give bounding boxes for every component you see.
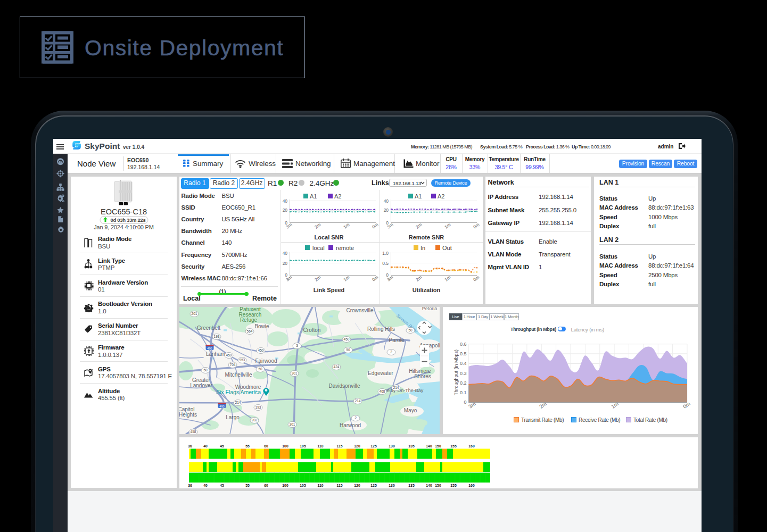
svg-text:150: 150 [435,484,441,487]
svg-text:40: 40 [203,444,208,448]
svg-text:100: 100 [282,444,288,448]
svg-text:120: 120 [354,484,360,487]
svg-text:36: 36 [188,484,192,487]
svg-text:130: 130 [389,444,395,448]
svg-text:110: 110 [318,484,324,487]
svg-text:55: 55 [245,444,250,448]
svg-text:160: 160 [468,484,475,487]
svg-text:115: 115 [337,444,343,448]
svg-text:130: 130 [389,484,395,487]
svg-text:115: 115 [337,484,343,487]
svg-text:40: 40 [203,484,208,487]
svg-text:125: 125 [370,484,377,487]
svg-text:45: 45 [220,444,224,448]
svg-text:105: 105 [300,484,306,487]
svg-text:60: 60 [264,484,268,487]
svg-text:110: 110 [318,444,324,448]
svg-text:60: 60 [264,444,268,448]
svg-text:135: 135 [408,444,415,448]
svg-text:105: 105 [300,444,306,448]
svg-text:140: 140 [426,444,432,448]
svg-text:100: 100 [282,484,288,487]
svg-text:140: 140 [426,484,432,487]
svg-text:135: 135 [408,484,415,487]
svg-text:160: 160 [468,444,475,448]
svg-text:120: 120 [354,444,360,448]
svg-text:155: 155 [450,484,457,487]
svg-text:125: 125 [370,444,377,448]
svg-text:36: 36 [188,444,192,448]
svg-text:155: 155 [450,444,457,448]
svg-text:55: 55 [245,484,250,487]
svg-text:45: 45 [220,484,224,487]
svg-text:150: 150 [435,444,441,448]
